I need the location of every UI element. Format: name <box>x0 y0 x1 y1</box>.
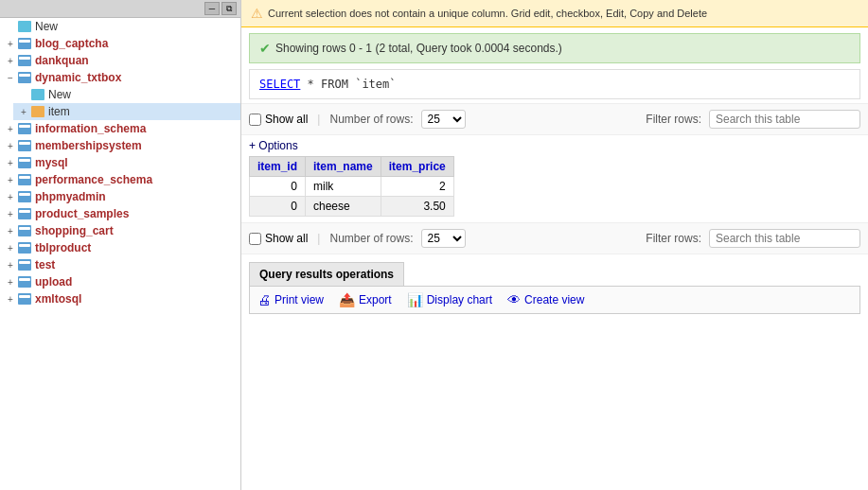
tree-toggle: + <box>4 175 17 185</box>
divider: | <box>317 232 320 245</box>
db-icon <box>17 37 32 50</box>
sidebar-item-dynamic_txtbox[interactable]: − dynamic_txtbox <box>0 69 240 86</box>
sidebar-label: dankquan <box>35 54 89 67</box>
db-icon <box>17 224 32 237</box>
qro-action-icon: 🖨 <box>257 292 271 307</box>
qro-action-label: Export <box>359 293 392 306</box>
minimize-button[interactable]: ─ <box>204 2 220 15</box>
tree-toggle: + <box>4 56 17 66</box>
sidebar-label: tblproduct <box>35 241 91 254</box>
sidebar-item-xmltosql[interactable]: + xmltosql <box>0 290 240 307</box>
sql-box: SELECT * FROM `item` <box>249 69 860 99</box>
qro-action-icon: 👁 <box>507 292 521 307</box>
db-icon <box>17 71 32 84</box>
main-content: ⚠ Current selection does not contain a u… <box>241 0 868 490</box>
table-cell: cheese <box>306 197 381 217</box>
show-all-bottom-label[interactable]: Show all <box>249 232 308 245</box>
db-icon <box>17 207 32 220</box>
qro-header: Query results operations <box>249 262 404 286</box>
tree-toggle: + <box>4 294 17 305</box>
sidebar-item-new-top[interactable]: New <box>0 18 240 35</box>
db-icon <box>17 54 32 67</box>
num-rows-bottom-label: Number of rows: <box>329 232 413 245</box>
tree-toggle: + <box>17 107 30 117</box>
sidebar-item-item[interactable]: + item <box>13 103 240 120</box>
new-table-icon <box>30 88 45 101</box>
db-icon <box>17 292 32 306</box>
show-all-top-label[interactable]: Show all <box>249 113 308 126</box>
table-icon <box>30 105 45 118</box>
sidebar-item-dankquan[interactable]: + dankquan <box>0 52 240 69</box>
sidebar-label: membershipsystem <box>35 139 142 152</box>
col-header-item_price[interactable]: item_price <box>381 157 453 177</box>
data-table: item_id item_name item_price 0milk20chee… <box>249 156 454 217</box>
tree-toggle: + <box>4 209 17 219</box>
qro-action-icon: 📊 <box>407 292 423 307</box>
table-row: 0milk2 <box>250 177 454 197</box>
sidebar-label: item <box>48 105 70 118</box>
warning-icon: ⚠ <box>251 6 263 21</box>
sidebar-item-membershipsystem[interactable]: + membershipsystem <box>0 137 240 154</box>
show-all-bottom-checkbox[interactable] <box>249 233 261 245</box>
table-cell: 0 <box>250 177 306 197</box>
sidebar-item-product_samples[interactable]: + product_samples <box>0 205 240 222</box>
qro-action-display-chart[interactable]: 📊Display chart <box>407 292 492 307</box>
qro-action-label: Display chart <box>427 293 492 306</box>
sidebar-label: performance_schema <box>35 173 152 186</box>
window-controls: ─ ⧉ <box>0 0 240 18</box>
tree-toggle: + <box>4 243 17 254</box>
success-icon: ✔ <box>259 41 271 56</box>
sidebar-label: shopping_cart <box>35 224 114 237</box>
num-rows-top-select[interactable]: 25 50 100 250 <box>421 110 466 129</box>
table-header-row: item_id item_name item_price <box>250 157 454 177</box>
tree-toggle: + <box>4 158 17 168</box>
success-text: Showing rows 0 - 1 (2 total, Query took … <box>275 42 562 55</box>
sidebar-item-shopping_cart[interactable]: + shopping_cart <box>0 222 240 239</box>
sidebar-item-new-child[interactable]: New <box>13 86 240 103</box>
restore-button[interactable]: ⧉ <box>221 2 237 15</box>
table-cell: 0 <box>250 197 306 217</box>
qro-action-export[interactable]: 📤Export <box>339 292 392 307</box>
num-rows-top-label: Number of rows: <box>329 113 413 126</box>
col-header-item_name[interactable]: item_name <box>306 157 381 177</box>
sidebar-label: phpmyadmin <box>35 190 106 203</box>
qro-action-create-view[interactable]: 👁Create view <box>507 292 584 307</box>
tree-toggle: + <box>4 141 17 151</box>
sidebar-label: New <box>48 88 71 101</box>
tree-toggle: + <box>4 39 17 49</box>
show-all-top-checkbox[interactable] <box>249 114 261 126</box>
show-all-top-text: Show all <box>265 113 308 126</box>
sidebar-label: New <box>35 20 58 33</box>
qro-action-icon: 📤 <box>339 292 355 307</box>
sidebar-item-mysql[interactable]: + mysql <box>0 154 240 171</box>
search-bottom-input[interactable] <box>709 229 860 248</box>
tree-toggle: + <box>4 124 17 134</box>
sidebar-item-test[interactable]: + test <box>0 256 240 273</box>
table-cell: milk <box>306 177 381 197</box>
sidebar-label: upload <box>35 275 72 289</box>
sidebar-item-phpmyadmin[interactable]: + phpmyadmin <box>0 188 240 205</box>
sidebar-label: test <box>35 258 55 271</box>
toolbar-top: Show all | Number of rows: 25 50 100 250… <box>241 103 868 135</box>
col-header-item_id[interactable]: item_id <box>250 157 306 177</box>
toolbar-bottom: Show all | Number of rows: 25 50 100 250… <box>241 222 868 254</box>
db-icon <box>17 258 32 271</box>
db-icon <box>17 122 32 135</box>
sidebar: ─ ⧉ New + blog_captcha + dankquan − dyna… <box>0 0 241 490</box>
tree-toggle: + <box>4 226 17 236</box>
table-cell: 3.50 <box>381 197 453 217</box>
sidebar-item-performance_schema[interactable]: + performance_schema <box>0 171 240 188</box>
sql-rest: * FROM `item` <box>300 78 396 91</box>
tree-toggle: + <box>4 192 17 202</box>
sidebar-item-upload[interactable]: + upload <box>0 273 240 290</box>
warning-text: Current selection does not contain a uni… <box>268 8 707 19</box>
db-icon <box>17 139 32 152</box>
sidebar-item-blog_captcha[interactable]: + blog_captcha <box>0 35 240 52</box>
sidebar-item-information_schema[interactable]: + information_schema <box>0 120 240 137</box>
sidebar-item-tblproduct[interactable]: + tblproduct <box>0 239 240 256</box>
options-link[interactable]: + Options <box>241 135 306 156</box>
num-rows-bottom-select[interactable]: 25 50 100 250 <box>421 229 466 248</box>
search-top-input[interactable] <box>709 110 860 129</box>
qro-action-print-view[interactable]: 🖨Print view <box>257 292 324 307</box>
db-icon <box>17 275 32 289</box>
